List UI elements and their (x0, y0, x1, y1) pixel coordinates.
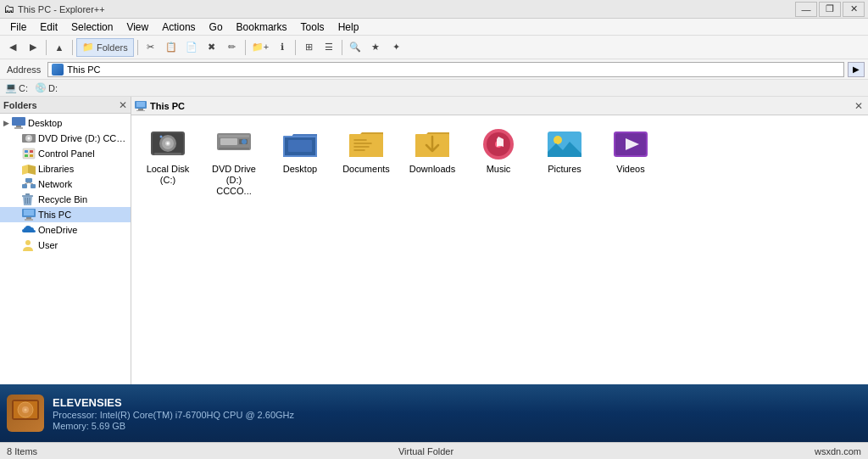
pc-status-icon (7, 395, 44, 432)
toolbar-separator-5 (295, 40, 296, 55)
menu-bar: File Edit Selection View Actions Go Book… (0, 19, 868, 36)
svg-rect-2 (14, 127, 23, 129)
svg-rect-8 (30, 150, 33, 153)
svg-point-35 (167, 143, 170, 145)
status-info: ELEVENSIES Processor: Intel(R) Core(TM) … (53, 396, 294, 431)
this-pc-icon (22, 209, 36, 221)
svg-line-14 (25, 182, 29, 184)
rename-button[interactable]: ✏ (223, 38, 242, 57)
file-item-desktop[interactable]: Desktop (270, 122, 330, 202)
svg-point-61 (25, 409, 27, 411)
downloads-label: Downloads (409, 164, 455, 175)
paste-button[interactable]: 📄 (182, 38, 201, 57)
toolbar-separator-1 (46, 40, 47, 55)
address-go-button[interactable]: ▶ (848, 62, 865, 77)
main-area: Folders ✕ ▶ Desktop ▶ DVD Drive (D:) CCC… (0, 97, 868, 384)
app-name-label: wsxdn.com (815, 446, 861, 456)
svg-rect-23 (26, 217, 31, 219)
star-button[interactable]: ★ (366, 38, 385, 57)
folders-button[interactable]: 📁 Folders (76, 38, 134, 57)
file-item-videos[interactable]: Videos (601, 122, 660, 202)
dvd-drive-icon (22, 132, 36, 144)
file-item-downloads[interactable]: Downloads (403, 122, 462, 202)
svg-rect-16 (22, 195, 33, 197)
menu-actions[interactable]: Actions (155, 19, 202, 35)
minimize-button[interactable]: — (795, 2, 817, 17)
music-label: Music (487, 164, 511, 175)
file-item-documents[interactable]: Documents (337, 122, 396, 202)
tree-arrow-desktop: ▶ (3, 119, 12, 127)
tree-item-user[interactable]: ▶ User (0, 238, 131, 253)
tree-item-onedrive[interactable]: ▶ OneDrive (0, 222, 131, 238)
local-disk-icon (147, 126, 188, 162)
network-icon (22, 178, 36, 190)
file-item-music[interactable]: Music (469, 122, 528, 202)
file-item-dvd-drive[interactable]: DVD Drive (D:) CCCO... (204, 122, 264, 202)
title-bar-left: 🗂 This PC - Explorer++ (3, 3, 105, 15)
menu-help[interactable]: Help (331, 19, 366, 35)
forward-button[interactable]: ▶ (24, 38, 42, 57)
tree-item-network[interactable]: ▶ Network (0, 176, 131, 192)
cut-button[interactable]: ✂ (142, 38, 160, 57)
search-button[interactable]: 🔍 (346, 38, 364, 57)
user-icon (22, 239, 36, 251)
folder-panel-header: Folders ✕ (0, 97, 131, 114)
close-button[interactable]: ✕ (843, 2, 865, 17)
folder-tree: ▶ Desktop ▶ DVD Drive (D:) CCCOMA_X64...… (0, 114, 131, 384)
status-bar: ELEVENSIES Processor: Intel(R) Core(TM) … (0, 384, 868, 442)
tree-label-network: Network (38, 179, 72, 189)
menu-go[interactable]: Go (203, 19, 230, 35)
drive-c-label: C: (19, 83, 28, 93)
quick-nav: 💻 C: 💿 D: (0, 80, 868, 97)
properties-button[interactable]: ℹ (273, 38, 292, 57)
toolbar-separator-2 (72, 40, 73, 55)
address-input[interactable]: This PC (47, 62, 844, 77)
recycle-bin-icon (22, 193, 36, 205)
svg-rect-10 (30, 154, 33, 157)
menu-tools[interactable]: Tools (294, 19, 331, 35)
svg-rect-46 (288, 140, 312, 152)
restore-button[interactable]: ❐ (819, 2, 841, 17)
content-title: This PC (135, 101, 185, 111)
bookmark-button[interactable]: ✦ (387, 38, 405, 57)
new-folder-button[interactable]: 📁+ (249, 38, 271, 57)
copy-button[interactable]: 📋 (162, 38, 181, 57)
back-button[interactable]: ◀ (3, 38, 22, 57)
tree-item-recycle-bin[interactable]: ▶ Recycle Bin (0, 192, 131, 207)
tree-item-this-pc[interactable]: ▶ This PC (0, 207, 131, 222)
up-button[interactable]: ▲ (50, 38, 69, 57)
menu-bookmarks[interactable]: Bookmarks (230, 19, 294, 35)
menu-file[interactable]: File (3, 19, 33, 35)
svg-rect-9 (25, 154, 28, 157)
folder-panel-close-button[interactable]: ✕ (119, 99, 127, 111)
desktop-folder-icon (280, 126, 320, 162)
svg-rect-17 (25, 193, 30, 195)
toolbar-separator-3 (137, 40, 138, 55)
drive-c-item[interactable]: 💻 C: (5, 82, 28, 93)
file-item-pictures[interactable]: Pictures (535, 122, 594, 202)
view-list-button[interactable]: ☰ (320, 38, 338, 57)
tree-label-recycle-bin: Recycle Bin (38, 194, 87, 204)
tree-label-desktop: Desktop (28, 118, 62, 128)
tree-label-this-pc: This PC (38, 210, 71, 220)
file-item-local-disk[interactable]: Local Disk (C:) (138, 122, 198, 202)
svg-rect-22 (24, 210, 34, 216)
drive-d-item[interactable]: 💿 D: (35, 82, 58, 93)
svg-rect-43 (219, 148, 249, 149)
tree-item-libraries[interactable]: ▶ Libraries (0, 161, 131, 176)
processor-info: Processor: Intel(R) Core(TM) i7-6700HQ C… (53, 410, 294, 420)
content-close-button[interactable]: ✕ (853, 100, 865, 112)
delete-button[interactable]: ✖ (203, 38, 221, 57)
drive-c-icon: 💻 (5, 82, 17, 93)
videos-label: Videos (616, 164, 644, 175)
menu-selection[interactable]: Selection (64, 19, 120, 35)
tree-item-desktop[interactable]: ▶ Desktop (0, 115, 131, 131)
view-button[interactable]: ⊞ (299, 38, 318, 57)
menu-view[interactable]: View (120, 19, 155, 35)
tree-item-dvd[interactable]: ▶ DVD Drive (D:) CCCOMA_X64... (0, 131, 131, 146)
drive-d-label: D: (48, 83, 58, 93)
menu-edit[interactable]: Edit (33, 19, 64, 35)
svg-rect-0 (12, 117, 25, 126)
content-title-icon (135, 101, 147, 111)
tree-item-control-panel[interactable]: ▶ Control Panel (0, 146, 131, 161)
